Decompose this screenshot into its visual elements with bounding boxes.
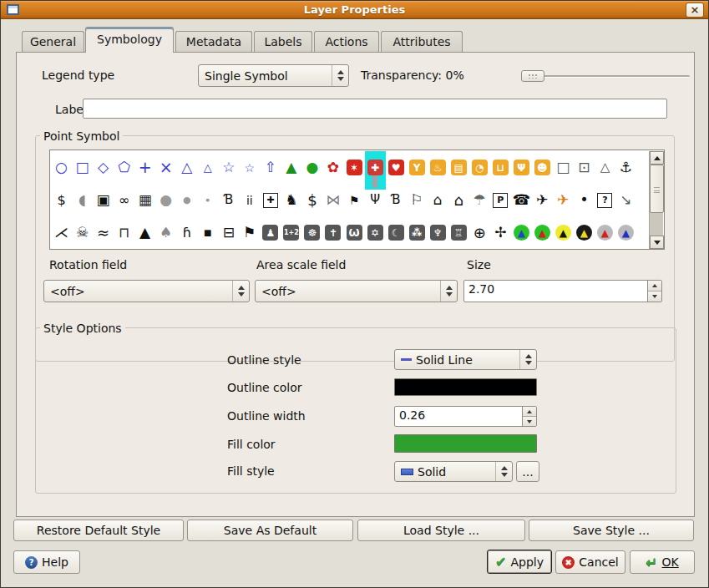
symbol-pine-tree[interactable]: ▲	[281, 151, 301, 184]
tab-attributes[interactable]: Attributes	[381, 31, 463, 52]
tab-general[interactable]: General	[22, 31, 84, 52]
symbol-bar[interactable]: Y	[407, 151, 428, 184]
symbol-people[interactable]: ii	[239, 184, 260, 216]
symbol-fire[interactable]: ✶	[344, 151, 365, 184]
symbol-crescent-moon[interactable]: ☾	[386, 216, 407, 249]
symbol-om[interactable]: Ѡ	[344, 216, 365, 249]
symbol-circle-large[interactable]: ●	[155, 184, 176, 216]
titlebar[interactable]: Layer Properties ×	[1, 1, 708, 19]
symbol-equilateral-triangle[interactable]: △	[197, 151, 218, 184]
cancel-button[interactable]: ✖ Cancel	[555, 550, 625, 574]
symbol-runway[interactable]: ↘	[615, 184, 636, 216]
symbol-first-aid[interactable]: ✚	[260, 184, 281, 216]
symbol-flag-small[interactable]: ⚑	[344, 184, 365, 216]
symbol-tv-tower[interactable]: ⊟	[218, 216, 239, 249]
symbol-pentagon[interactable]: ⬠	[114, 151, 134, 184]
symbol-skier[interactable]: ⋌	[51, 216, 72, 249]
symbol-restaurant[interactable]: Ψ	[511, 151, 532, 184]
symbol-smiles[interactable]: ☻	[532, 151, 553, 184]
load-style-button[interactable]: Load Style ...	[357, 520, 525, 541]
symbol-flower[interactable]: ✿	[322, 151, 343, 184]
scroll-up-icon[interactable]	[650, 151, 664, 165]
symbol-pub[interactable]: ⊔	[490, 151, 511, 184]
scroll-down-icon[interactable]	[650, 236, 664, 249]
symbol-building[interactable]: ▦	[134, 184, 155, 216]
symbol-school[interactable]: 1+2	[281, 216, 301, 249]
legend-type-combo[interactable]: Single Symbol	[198, 64, 349, 87]
apply-button[interactable]: ✔ Apply	[487, 550, 552, 574]
symbol-fuel-2[interactable]: Ɓ	[386, 184, 407, 216]
size-spinbox[interactable]: 2.70	[463, 280, 662, 302]
symbol-circle-small[interactable]: ●	[197, 184, 218, 216]
symbol-dharma-wheel[interactable]: ☸	[301, 216, 322, 249]
symbol-rectangle[interactable]: □	[72, 151, 93, 184]
symbol-flag[interactable]: ⚑	[239, 216, 260, 249]
symbol-anchor[interactable]: ⚓	[615, 151, 636, 184]
symbol-amusement-park[interactable]: ♥	[386, 151, 407, 184]
close-icon[interactable]: ×	[686, 3, 704, 18]
symbol-star-of-david[interactable]: ✡	[365, 216, 386, 249]
symbol-deer[interactable]: ♞	[281, 184, 301, 216]
help-button[interactable]: ? Help	[13, 550, 80, 574]
fill-style-combo[interactable]: Solid	[394, 461, 513, 482]
symbol-fuel[interactable]: Ɓ	[218, 184, 239, 216]
slider-handle[interactable]	[521, 70, 544, 82]
symbol-pizzaria[interactable]: ◔	[469, 151, 490, 184]
label-input[interactable]	[83, 99, 667, 119]
tab-symbology[interactable]: Symbology	[85, 27, 174, 53]
symbol-car[interactable]: ∞	[114, 184, 134, 216]
symbol-picnic-table[interactable]: ⊓	[114, 216, 134, 249]
outline-color-swatch[interactable]	[394, 378, 537, 396]
symbol-small-square[interactable]: ■	[197, 216, 218, 249]
symbol-point[interactable]: •	[574, 184, 595, 216]
symbol-hospital[interactable]: ✚	[365, 151, 386, 184]
symbol-hiker[interactable]: ɦ	[176, 216, 197, 249]
symbol-cross[interactable]: +	[134, 151, 155, 184]
symbol-golf[interactable]: ⚐	[407, 184, 428, 216]
symbol-arrow-red-on-gray[interactable]: ▲	[595, 216, 615, 249]
symbol-hot-air-balloon[interactable]: ☂	[469, 184, 490, 216]
symbol-arrow-blue-on-gray[interactable]: ▲	[615, 216, 636, 249]
restore-default-style-button[interactable]: Restore Default Style	[13, 520, 184, 541]
symbol-museum-bank[interactable]: ♖	[448, 216, 469, 249]
symbol-airport-orange[interactable]: ✈	[553, 184, 574, 216]
symbol-swimmer[interactable]: ≈	[93, 216, 114, 249]
save-as-default-button[interactable]: Save As Default	[187, 520, 353, 541]
tab-metadata[interactable]: Metadata	[175, 31, 252, 52]
symbol-scrollbar[interactable]	[649, 151, 663, 249]
symbol-circle[interactable]: ○	[51, 151, 72, 184]
outline-width-spinbox[interactable]: 0.26	[394, 406, 537, 427]
outline-width-spin-buttons[interactable]	[522, 407, 536, 426]
symbol-worship[interactable]: ♟	[260, 216, 281, 249]
symbol-diamond[interactable]: ◇	[93, 151, 114, 184]
symbol-arrow-yellow-on-black[interactable]: ▲	[574, 216, 595, 249]
outline-style-combo[interactable]: Solid Line	[394, 349, 537, 370]
area-scale-field-combo[interactable]: <off>	[255, 280, 458, 302]
symbol-gray-tree[interactable]: ♠	[155, 216, 176, 249]
symbol-airport[interactable]: ✈	[532, 184, 553, 216]
symbol-telephone[interactable]: ☎	[511, 184, 532, 216]
ok-button[interactable]: ↵ OK	[630, 550, 695, 574]
symbol-cinema[interactable]: ▤	[448, 151, 469, 184]
transparency-slider[interactable]	[521, 69, 690, 83]
symbol-dot-square[interactable]: ⊡	[574, 151, 595, 184]
symbol-deciduous-tree[interactable]: ●	[301, 151, 322, 184]
symbol-regular-star[interactable]: ☆	[239, 151, 260, 184]
symbol-circle-medium[interactable]: ●	[176, 184, 197, 216]
size-spin-buttons[interactable]	[647, 281, 661, 302]
symbol-community[interactable]: ⁂	[407, 216, 428, 249]
fill-color-swatch[interactable]	[394, 434, 537, 453]
symbol-meat[interactable]: ◖	[72, 184, 93, 216]
symbol-camera[interactable]: ▣	[93, 184, 114, 216]
symbol-triangle[interactable]: △	[176, 151, 197, 184]
symbol-house[interactable]: ⌂	[448, 184, 469, 216]
tab-labels[interactable]: Labels	[254, 31, 312, 52]
symbol-parking[interactable]: P	[490, 184, 511, 216]
symbol-arrow-blue-on-green[interactable]: ▲	[511, 216, 532, 249]
symbol-arrow-up[interactable]: ⇧	[260, 151, 281, 184]
symbol-dollar[interactable]: $	[51, 184, 72, 216]
symbol-star-open[interactable]: ☆	[218, 151, 239, 184]
symbol-khanda[interactable]: ♆	[428, 216, 448, 249]
symbol-compass[interactable]: ⊕	[469, 216, 490, 249]
symbol-fish[interactable]: ⋈	[322, 184, 343, 216]
